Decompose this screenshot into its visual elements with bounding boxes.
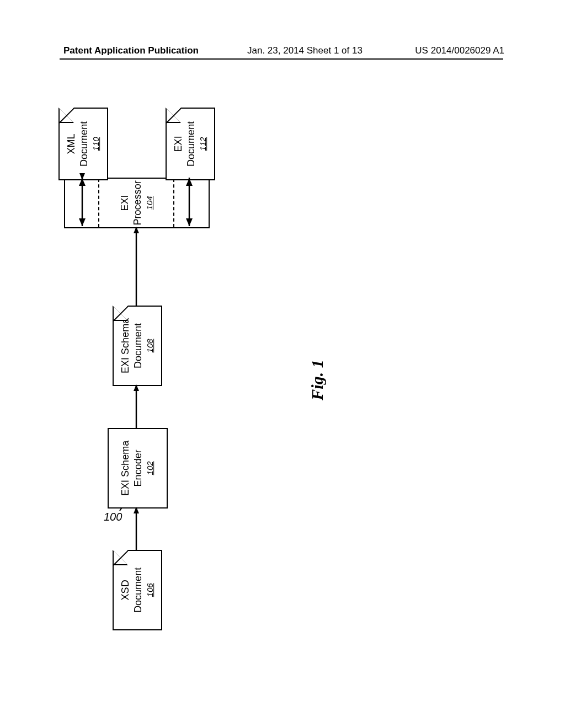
block-exi-processor: EXI Processor 104 <box>64 178 210 228</box>
exischema-line1: EXI Schema <box>120 318 131 373</box>
ref-100: 100 <box>104 511 122 523</box>
xsd-line1: XSD <box>120 580 131 600</box>
header-date: Jan. 23, 2014 Sheet 1 of 13 <box>247 45 363 56</box>
header-left: Patent Application Publication <box>63 45 199 56</box>
xml-line1: XML <box>66 133 77 154</box>
block-xsd-document: XSD Document 106 <box>113 550 162 630</box>
block-exi-encoder: EXI Schema Encoder 102 <box>108 428 168 508</box>
block-exi-schema-document: EXI Schema Document 108 <box>113 306 162 386</box>
exischema-line2: Document <box>132 323 143 368</box>
block-xml-document: XML Document 110 <box>58 108 108 180</box>
encoder-ref: 102 <box>146 441 156 496</box>
xml-line2: Document <box>78 121 89 167</box>
exi-ref: 112 <box>198 121 209 167</box>
processor-ref: 104 <box>145 178 155 228</box>
exi-line2: Document <box>185 121 196 167</box>
block-exi-document: EXI Document 112 <box>166 108 215 180</box>
xsd-line2: Document <box>132 568 143 613</box>
header-pubnum: US 2014/0026029 A1 <box>415 45 504 56</box>
encoder-line1: EXI Schema <box>120 441 131 496</box>
exi-line1: EXI <box>173 136 184 152</box>
xsd-ref: 106 <box>145 568 156 613</box>
page: Patent Application Publication Jan. 23, … <box>0 0 565 728</box>
xml-ref: 110 <box>91 121 102 167</box>
figure-label: Fig. 1 <box>308 360 327 400</box>
exischema-ref: 108 <box>145 318 156 373</box>
header-rule <box>60 58 503 60</box>
encoder-line2: Encoder <box>132 449 143 486</box>
processor-line1: EXI Processor <box>119 180 143 225</box>
